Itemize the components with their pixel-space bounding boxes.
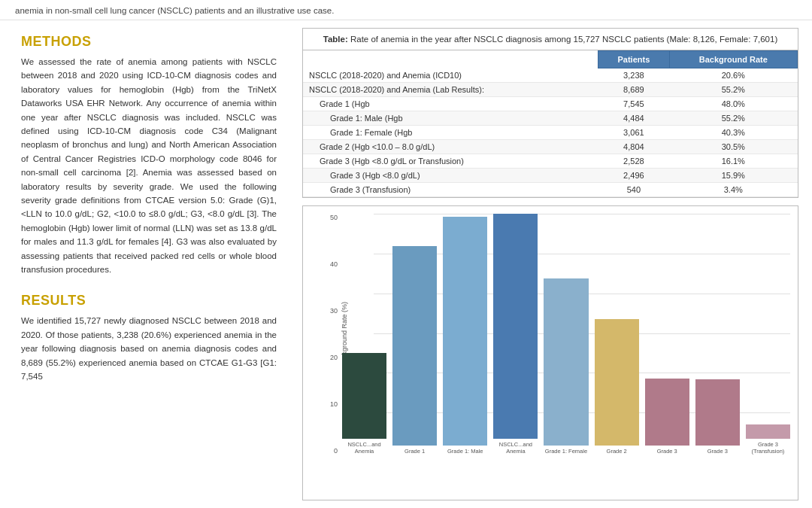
table-row: Grade 3 (Hgb <8.0 g/dL) 2,496 15.9% — [303, 169, 798, 183]
chart-bar — [645, 379, 689, 446]
table-cell-label: Grade 1: Male (Hgb — [303, 111, 598, 126]
table-row: Grade 1 (Hgb 7,545 48.0% — [303, 97, 798, 111]
chart-y-label: 30 — [330, 307, 338, 315]
chart-bars: NSCLC...and AnemiaGrade 1Grade 1: MaleNS… — [342, 214, 790, 455]
table-cell-rate: 40.3% — [669, 126, 797, 140]
chart-y-label: 0 — [334, 447, 338, 455]
top-bar-text: anemia in non-small cell lung cancer (NS… — [15, 6, 334, 15]
table-cell-patients: 2,528 — [598, 154, 669, 169]
table-cell-rate: 15.9% — [669, 169, 797, 183]
chart-y-label: 40 — [330, 260, 338, 268]
chart-bar — [342, 353, 386, 439]
left-column: METHODS We assessed the rate of anemia a… — [0, 20, 293, 508]
chart-y-label: 10 — [330, 400, 338, 408]
table-cell-label: NSCLC (2018-2020) and Anemia (Lab Result… — [303, 83, 598, 97]
table-row: Grade 3 (Hgb <8.0 g/dL or Transfusion) 2… — [303, 154, 798, 169]
table-cell-patients: 4,804 — [598, 140, 669, 154]
chart-bar — [392, 246, 437, 446]
data-table: . Patients Background Rate NSCLC (2018-2… — [303, 50, 798, 197]
chart-bar — [493, 214, 538, 439]
chart-y-label: 20 — [330, 354, 338, 361]
chart-bar — [746, 424, 790, 439]
table-cell-label: Grade 3 (Transfusion) — [303, 183, 598, 197]
chart-bar-group: Grade 1: Female — [544, 214, 588, 455]
chart-bar-label: Grade 2 — [607, 448, 627, 455]
table-row: Grade 2 (Hgb <10.0 – 8.0 g/dL) 4,804 30.… — [303, 140, 798, 154]
chart-bar-label: NSCLC...and Anemia — [342, 441, 386, 455]
table-cell-patients: 8,689 — [598, 83, 669, 97]
table-row: NSCLC (2018-2020) and Anemia (Lab Result… — [303, 83, 798, 97]
chart-bar-label: Grade 1 — [404, 448, 425, 455]
table-cell-patients: 7,545 — [598, 97, 669, 111]
table-cell-rate: 55.2% — [669, 111, 797, 126]
chart-bar — [544, 278, 588, 446]
right-column: Table: Rate of anemia in the year after … — [293, 20, 812, 508]
chart-bar-label: Grade 1: Female — [545, 448, 587, 455]
methods-title: METHODS — [21, 34, 277, 50]
table-cell-patients: 540 — [598, 183, 669, 197]
chart-bar-label: Grade 3 — [657, 448, 677, 455]
chart-bar-group: NSCLC...and Anemia — [342, 214, 386, 455]
table-cell-label: Grade 3 (Hgb <8.0 g/dL) — [303, 169, 598, 183]
table-title: Table: Rate of anemia in the year after … — [303, 29, 798, 50]
content-area: METHODS We assessed the rate of anemia a… — [0, 20, 812, 508]
chart-bar — [443, 217, 487, 446]
table-cell-patients: 3,238 — [598, 68, 669, 83]
chart-inner: NSCLC...and AnemiaGrade 1Grade 1: MaleNS… — [342, 214, 790, 455]
table-row: NSCLC (2018-2020) and Anemia (ICD10) 3,2… — [303, 68, 798, 83]
chart-bar-group: Grade 3 — [645, 214, 689, 455]
page: anemia in non-small cell lung cancer (NS… — [0, 0, 812, 508]
table-cell-label: Grade 1 (Hgb — [303, 97, 598, 111]
table-row: Grade 3 (Transfusion) 540 3.4% — [303, 183, 798, 197]
chart-wrap: Background Rate (%) NSCLC...and AnemiaGr… — [311, 214, 790, 496]
chart-bar-label: NSCLC...and Anemia — [493, 441, 538, 455]
chart-bar-group: Grade 1: Male — [443, 214, 487, 455]
top-bar: anemia in non-small cell lung cancer (NS… — [0, 0, 812, 20]
chart-y-label: 50 — [330, 214, 338, 221]
y-labels-column: 01020304050 — [317, 214, 338, 455]
table-cell-patients: 4,484 — [598, 111, 669, 126]
chart-bar-label: Grade 3 (Transfusion) — [746, 441, 790, 455]
results-title: RESULTS — [21, 293, 277, 309]
chart-bar-group: Grade 3 — [695, 214, 740, 455]
table-cell-patients: 2,496 — [598, 169, 669, 183]
table-cell-label: Grade 1: Female (Hgb — [303, 126, 598, 140]
chart-bar-label: Grade 1: Male — [447, 448, 483, 455]
table-cell-rate: 55.2% — [669, 83, 797, 97]
chart-bar-label: Grade 3 — [707, 448, 728, 455]
chart-container: Background Rate (%) NSCLC...and AnemiaGr… — [302, 205, 798, 500]
col-header-background-rate: Background Rate — [669, 51, 797, 68]
table-cell-patients: 3,061 — [598, 126, 669, 140]
chart-bar — [695, 379, 740, 446]
table-cell-rate: 30.5% — [669, 140, 797, 154]
col-header-patients: Patients — [598, 51, 669, 68]
table-cell-label: NSCLC (2018-2020) and Anemia (ICD10) — [303, 68, 598, 83]
table-row: Grade 1: Male (Hgb 4,484 55.2% — [303, 111, 798, 126]
chart-bar-group: NSCLC...and Anemia — [493, 214, 538, 455]
table-title-rest: Rate of anemia in the year after NSCLC d… — [348, 35, 777, 44]
chart-bar-group: Grade 2 — [595, 214, 639, 455]
table-cell-rate: 20.6% — [669, 68, 797, 83]
table-cell-rate: 16.1% — [669, 154, 797, 169]
chart-bar-group: Grade 1 — [392, 214, 437, 455]
table-row: Grade 1: Female (Hgb 3,061 40.3% — [303, 126, 798, 140]
results-text: We identified 15,727 newly diagnosed NSC… — [21, 314, 277, 383]
table-cell-rate: 3.4% — [669, 183, 797, 197]
methods-text: We assessed the rate of anemia among pat… — [21, 55, 277, 276]
table-cell-rate: 48.0% — [669, 97, 797, 111]
chart-bar-group: Grade 3 (Transfusion) — [746, 214, 790, 455]
table-cell-label: Grade 3 (Hgb <8.0 g/dL or Transfusion) — [303, 154, 598, 169]
chart-bar — [595, 319, 639, 446]
data-table-container: Table: Rate of anemia in the year after … — [302, 28, 798, 198]
table-cell-label: Grade 2 (Hgb <10.0 – 8.0 g/dL) — [303, 140, 598, 154]
table-title-bold: Table: — [323, 35, 348, 44]
